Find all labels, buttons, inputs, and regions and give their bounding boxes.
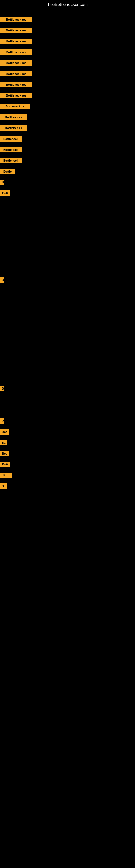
bottleneck-button-13[interactable]: Bottleneck xyxy=(0,147,21,152)
bottleneck-button-4[interactable]: Bottleneck res xyxy=(0,50,32,55)
bottleneck-button-18[interactable]: B xyxy=(0,277,4,283)
bottleneck-button-21[interactable]: Bot xyxy=(0,429,9,435)
bottleneck-button-14[interactable]: Bottleneck xyxy=(0,158,21,163)
bottleneck-button-10[interactable]: Bottleneck r xyxy=(0,115,27,120)
bottleneck-button-8[interactable]: Bottleneck res xyxy=(0,93,32,98)
bottleneck-button-6[interactable]: Bottleneck res xyxy=(0,71,32,76)
bottleneck-button-7[interactable]: Bottleneck res xyxy=(0,82,32,87)
bottleneck-button-25[interactable]: Bottl xyxy=(0,472,12,478)
bottleneck-button-16[interactable]: B xyxy=(0,180,4,185)
bottleneck-button-19[interactable]: B xyxy=(0,386,4,391)
bottleneck-button-20[interactable]: R xyxy=(0,418,4,424)
bottleneck-button-23[interactable]: Bot xyxy=(0,451,9,456)
bottleneck-button-24[interactable]: Bott xyxy=(0,462,10,467)
bottleneck-button-15[interactable]: Bottle xyxy=(0,169,15,174)
site-title: TheBottlenecker.com xyxy=(0,0,135,9)
bottleneck-button-3[interactable]: Bottleneck res xyxy=(0,38,32,44)
bottleneck-button-12[interactable]: Bottleneck xyxy=(0,136,21,142)
bottleneck-button-9[interactable]: Bottleneck re xyxy=(0,104,30,109)
bottleneck-button-22[interactable]: Bo xyxy=(0,440,7,445)
bottleneck-button-2[interactable]: Bottleneck res xyxy=(0,28,32,33)
bottleneck-button-1[interactable]: Bottleneck res xyxy=(0,17,32,22)
bottleneck-button-17[interactable]: Bott xyxy=(0,190,10,196)
bottleneck-button-11[interactable]: Bottleneck r xyxy=(0,125,27,131)
bottleneck-button-5[interactable]: Bottleneck res xyxy=(0,60,32,66)
bottleneck-button-26[interactable]: Bo xyxy=(0,484,7,489)
